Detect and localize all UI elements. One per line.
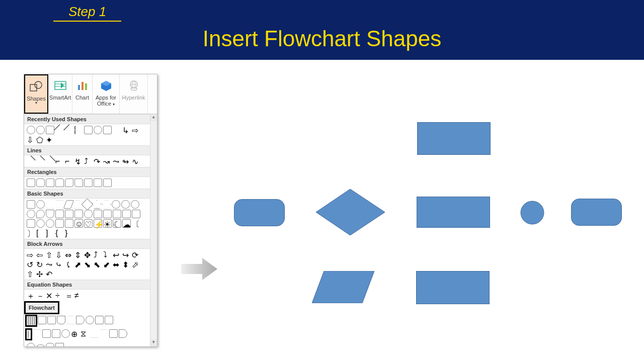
data-parallelogram[interactable] (312, 271, 374, 303)
page-title: Insert Flowchart Shapes (0, 26, 644, 51)
title-header: Step 1 Insert Flowchart Shapes (0, 0, 644, 60)
process-rect-bottom[interactable] (416, 271, 490, 304)
svg-marker-16 (316, 189, 385, 235)
roundrect-right[interactable] (571, 199, 622, 226)
svg-marker-15 (181, 258, 217, 280)
connector-circle[interactable] (520, 201, 544, 225)
process-rect-top[interactable] (417, 122, 491, 155)
step-label: Step 1 (53, 4, 121, 22)
canvas (0, 60, 644, 362)
terminator-roundrect[interactable] (234, 199, 285, 226)
svg-marker-18 (312, 271, 374, 303)
big-right-arrow-icon (181, 257, 217, 281)
process-rect-mid[interactable] (417, 197, 490, 228)
decision-diamond[interactable] (316, 189, 385, 235)
svg-point-17 (521, 201, 544, 224)
